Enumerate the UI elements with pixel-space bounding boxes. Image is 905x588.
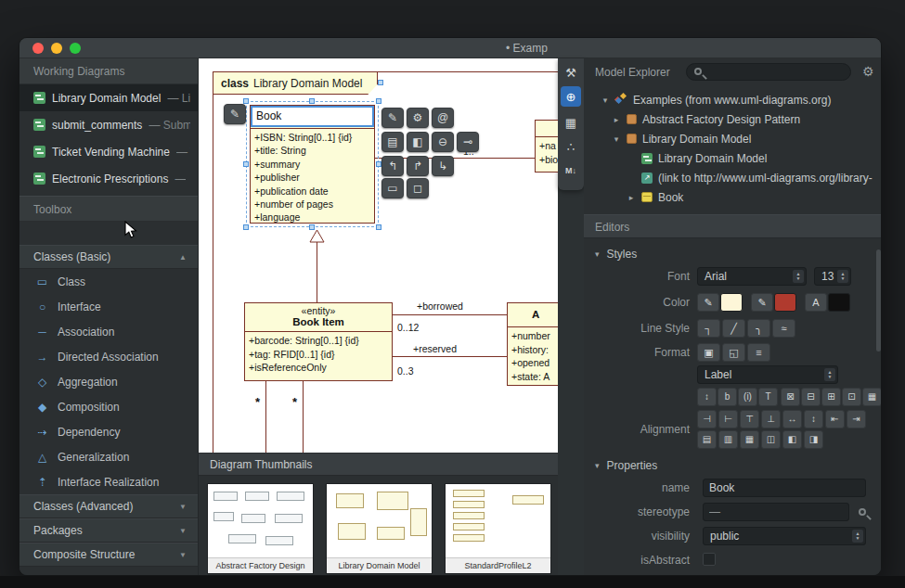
tool-directed-association[interactable]: → Directed Association: [19, 344, 198, 369]
selection-handle[interactable]: [243, 161, 249, 167]
show-operations-button[interactable]: ⊡: [842, 388, 861, 406]
isabstract-checkbox[interactable]: [703, 553, 716, 566]
font-size-select[interactable]: 13: [814, 267, 851, 286]
model-explorer-search[interactable]: [686, 63, 851, 81]
format-shadow-button[interactable]: ◱: [722, 343, 745, 362]
align-middle-vertical-button[interactable]: ↕: [804, 410, 823, 428]
visibility-select[interactable]: public: [703, 527, 866, 545]
minimize-button[interactable]: [51, 43, 62, 54]
quick-square-button[interactable]: ◻: [407, 178, 429, 198]
toolbox-section-composite-structure[interactable]: Composite Structure ▼: [19, 543, 198, 567]
font-color-swatch[interactable]: [828, 293, 850, 312]
rectilinear-line-button[interactable]: ┐: [697, 319, 720, 338]
stepper-icon[interactable]: [793, 270, 804, 283]
tool-generalization[interactable]: △ Generalization: [19, 444, 198, 469]
collapse-arrow-icon[interactable]: ▸: [627, 193, 636, 202]
tool-dependency[interactable]: ⇢ Dependency: [19, 419, 198, 444]
name-field[interactable]: [703, 479, 866, 497]
stepper-icon[interactable]: [824, 368, 835, 381]
format-wordwrap-button[interactable]: ≡: [747, 343, 770, 362]
working-diagram-item-library[interactable]: Library Domain Model — Lib: [19, 84, 198, 111]
association-line[interactable]: [303, 381, 304, 453]
align-bottom-button[interactable]: ⊥: [761, 410, 781, 428]
close-button[interactable]: [32, 43, 44, 54]
expand-arrow-icon[interactable]: ▾: [601, 96, 610, 105]
diagram-frame-label[interactable]: class Library Domain Model: [213, 71, 378, 95]
working-diagram-item-ticket-vending[interactable]: Ticket Vending Machine — T: [19, 138, 198, 165]
font-color-button[interactable]: A: [805, 293, 827, 312]
stereotype-search-icon[interactable]: [859, 508, 866, 516]
show-grid-button[interactable]: ▦: [862, 388, 882, 406]
oblique-line-button[interactable]: ╱: [722, 319, 745, 338]
quick-stereotype-button[interactable]: @: [432, 108, 454, 128]
tree-item-examples-project[interactable]: ▾ Examples (from www.uml-diagrams.org): [584, 90, 882, 109]
thumbnail-standardprofile[interactable]: StandardProfileL2: [445, 483, 551, 574]
distribute-horizontal-button[interactable]: ⇤: [825, 410, 845, 428]
selection-handle[interactable]: [376, 224, 381, 230]
selection-handle[interactable]: [378, 80, 383, 85]
quick-add-port-button[interactable]: ⊸: [457, 132, 479, 152]
tool-association[interactable]: ─ Association: [19, 319, 198, 344]
curve-line-button[interactable]: ≈: [772, 319, 795, 338]
quick-link-up-left-button[interactable]: ↰: [381, 156, 404, 176]
toggle-bold-button[interactable]: b: [718, 388, 737, 406]
tool-interface-realization[interactable]: ⇡ Interface Realization: [19, 469, 198, 494]
tool-interface[interactable]: ○ Interface: [19, 294, 198, 319]
tree-item-abstract-factory[interactable]: ▸ Abstract Factory Design Pattern: [584, 109, 882, 129]
tree-item-hyperlink[interactable]: (link to http://www.uml-diagrams.org/lib…: [584, 168, 882, 187]
same-width-button[interactable]: ◫: [761, 430, 781, 449]
quick-rect-button[interactable]: ▭: [381, 178, 404, 198]
fill-color-swatch[interactable]: [720, 293, 743, 312]
toolbox-section-classes-advanced[interactable]: Classes (Advanced) ▼: [19, 494, 198, 518]
align-center-horizontal-button[interactable]: ↔: [782, 410, 802, 428]
association-line[interactable]: [265, 381, 266, 453]
align-top-button[interactable]: ⊤: [740, 410, 759, 428]
space-equally-button[interactable]: ▤: [697, 430, 717, 449]
line-color-button[interactable]: ✎: [697, 293, 719, 312]
selection-hand1e[interactable]: [243, 224, 249, 230]
stepper-icon[interactable]: [852, 530, 863, 543]
tool-class[interactable]: ▭ Class: [19, 269, 198, 294]
thumbnail-abstract-factory[interactable]: Abstract Factory Design: [207, 483, 314, 574]
search-input[interactable]: [709, 65, 847, 79]
gear-icon[interactable]: ⚙: [862, 64, 874, 79]
zoom-button[interactable]: [70, 43, 81, 54]
generalization-line[interactable]: [317, 242, 317, 302]
layout-button[interactable]: ▦: [561, 112, 581, 133]
toggle-type-button[interactable]: T: [758, 388, 778, 406]
quick-add-interface-button[interactable]: ⊖: [432, 132, 454, 152]
font-select[interactable]: Arial: [697, 267, 807, 286]
quick-add-operation-button[interactable]: ◧: [407, 132, 429, 152]
markdown-button[interactable]: M↓: [561, 160, 581, 181]
working-diagram-item-submit-comments[interactable]: submit_comments — Submi: [19, 111, 198, 138]
quick-settings-button[interactable]: ⚙: [407, 108, 429, 128]
tree-item-library-diagram[interactable]: Library Domain Model: [584, 148, 882, 168]
pen-color-button[interactable]: ✎: [751, 293, 773, 312]
selection-handle[interactable]: [309, 98, 315, 104]
space-vertical-button[interactable]: ▥: [718, 430, 738, 449]
selection-handle[interactable]: [309, 224, 315, 230]
line-color-swatch[interactable]: [774, 293, 796, 312]
tree-item-book-class[interactable]: ▸ Book: [584, 187, 882, 207]
stepper-icon[interactable]: [837, 270, 848, 283]
tool-aggregation[interactable]: ◇ Aggregation: [19, 369, 198, 394]
show-compartment-button[interactable]: ⊞: [821, 388, 841, 406]
align-right-button[interactable]: ⊢: [718, 410, 738, 428]
tools-button[interactable]: ⚒: [561, 62, 581, 83]
stereotype-field[interactable]: [703, 503, 849, 521]
thumbnail-library-domain-model[interactable]: Library Domain Model: [326, 483, 433, 574]
move-tool-button[interactable]: ⊕: [561, 86, 581, 107]
association-line-borrowed[interactable]: [393, 314, 507, 315]
class-author[interactable]: +na +bio: [535, 120, 558, 173]
distribute-vertical-button[interactable]: ⇥: [847, 410, 866, 428]
tree-item-library-model[interactable]: ▾ Library Domain Model: [584, 129, 882, 148]
rounded-line-button[interactable]: ╮: [747, 319, 770, 338]
styles-group-header[interactable]: ▾ Styles: [584, 244, 882, 264]
working-diagram-item-electronic-prescriptions[interactable]: Electronic Prescriptions —: [19, 165, 198, 192]
format-fill-button[interactable]: ▣: [697, 343, 720, 362]
selection-handle[interactable]: [243, 98, 249, 104]
suppress-operations-button[interactable]: ⊟: [801, 388, 821, 406]
properties-group-header[interactable]: ▾ Properties: [584, 455, 882, 476]
class-account[interactable]: A +number +history: +opened +state: A: [507, 302, 558, 386]
same-size-button[interactable]: ◨: [804, 430, 823, 449]
